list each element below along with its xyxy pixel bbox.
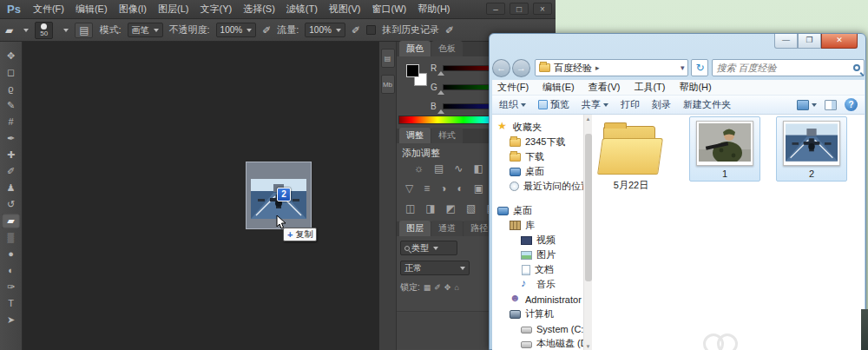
quick-selection-tool[interactable]: ✎ (2, 98, 20, 113)
explorer-maximize-button[interactable]: ❐ (798, 34, 821, 49)
ps-menu-filter[interactable]: 滤镜(T) (286, 3, 318, 16)
exposure-icon[interactable]: ◧ (473, 162, 483, 175)
mini-bridge-panel-icon[interactable]: Mb (381, 75, 395, 94)
black-white-icon[interactable]: ◐ (457, 182, 464, 195)
erase-history-checkbox[interactable] (366, 25, 376, 35)
tool-preset-icon[interactable]: ▰ (5, 24, 13, 36)
tab-adjustments[interactable]: 调整 (399, 128, 431, 143)
share-button[interactable]: 共享 (582, 98, 608, 111)
brush-preset-picker[interactable]: 50 (35, 22, 53, 39)
sidebar-item-favorites[interactable]: ★收藏夹 (492, 120, 583, 135)
healing-brush-tool[interactable]: ✚ (2, 148, 20, 162)
tab-layers[interactable]: 图层 (399, 221, 431, 236)
ps-menu-layer[interactable]: 图层(L) (158, 3, 188, 16)
preview-button[interactable]: 预览 (538, 98, 569, 111)
tab-swatches[interactable]: 色板 (431, 41, 463, 56)
sidebar-item-documents[interactable]: 文档 (492, 262, 583, 277)
print-button[interactable]: 打印 (621, 98, 640, 111)
organize-button[interactable]: 组织 (499, 98, 526, 111)
ps-menu-type[interactable]: 文字(Y) (200, 3, 232, 16)
tab-color[interactable]: 颜色 (399, 41, 431, 56)
eyedropper-tool[interactable]: ✒ (2, 131, 20, 146)
brush-panel-icon[interactable]: ✐ (445, 24, 454, 36)
ps-minimize-button[interactable]: – (486, 3, 505, 15)
color-balance-icon[interactable]: ◑ (440, 182, 446, 195)
back-button[interactable]: ← (492, 59, 510, 77)
breadcrumb-chevron-icon[interactable]: ▸ (595, 63, 600, 72)
ps-menu-image[interactable]: 图像(I) (119, 3, 147, 16)
crop-tool[interactable]: # (2, 115, 20, 129)
ex-menu-view[interactable]: 查看(V) (589, 81, 621, 94)
explorer-close-button[interactable]: ✕ (821, 34, 858, 49)
ps-menu-view[interactable]: 视图(V) (329, 3, 361, 16)
search-box[interactable] (712, 59, 865, 76)
eraser-tool[interactable]: ▰ (2, 214, 20, 228)
flow-select[interactable]: 100% (305, 23, 345, 37)
sidebar-item-system-c[interactable]: System (C:) (492, 321, 583, 336)
hue-saturation-icon[interactable]: ≡ (424, 182, 430, 195)
ps-menu-edit[interactable]: 编辑(E) (76, 3, 108, 16)
sidebar-item-videos[interactable]: 视频 (492, 233, 583, 248)
tool-preset-caret-icon[interactable] (23, 29, 29, 32)
breadcrumb-path[interactable]: 百度经验 (554, 62, 592, 75)
brightness-contrast-icon[interactable]: ☼ (414, 162, 424, 175)
explorer-file-area[interactable]: 5月22日 (592, 115, 865, 350)
search-input[interactable] (716, 63, 853, 73)
lock-position-icon[interactable]: ✥ (444, 283, 451, 292)
explorer-minimize-button[interactable]: — (774, 34, 798, 49)
gradient-tool[interactable]: ▒ (2, 230, 20, 245)
address-dropdown-icon[interactable]: ▾ (681, 63, 685, 72)
lock-all-icon[interactable]: ⌂ (454, 283, 458, 292)
image-item-2[interactable]: 2 (776, 116, 847, 182)
sidebar-scrollbar[interactable]: ▲ ▼ (583, 115, 592, 350)
new-folder-button[interactable]: 新建文件夹 (683, 98, 731, 111)
blue-slider-thumb-icon[interactable] (437, 109, 444, 114)
preview-pane-icon[interactable] (825, 100, 837, 110)
sidebar-item-downloads[interactable]: 下载 (492, 149, 583, 164)
image-item-1[interactable]: 1 (689, 116, 760, 182)
ps-canvas[interactable]: 2 + 复制 (23, 42, 379, 350)
ex-menu-tools[interactable]: 工具(T) (634, 81, 665, 94)
sidebar-item-recent-places[interactable]: 最近访问的位置 (492, 179, 583, 194)
ps-menu-window[interactable]: 窗口(W) (372, 3, 407, 16)
tab-channels[interactable]: 通道 (431, 221, 463, 236)
help-icon[interactable]: ? (845, 98, 858, 111)
sidebar-item-2345-downloads[interactable]: 2345下载 (492, 135, 583, 149)
refresh-button[interactable]: ↻ (691, 59, 708, 76)
sidebar-item-pictures[interactable]: 图片 (492, 248, 583, 262)
blend-mode-select[interactable]: 正常 (400, 261, 470, 275)
history-brush-tool[interactable]: ↺ (2, 197, 20, 212)
color-lookup-icon[interactable]: ◨ (425, 202, 435, 215)
history-panel-icon[interactable]: ▤ (381, 49, 395, 68)
mode-select[interactable]: 画笔 (128, 23, 163, 37)
ps-menu-file[interactable]: 文件(F) (33, 3, 64, 16)
ps-menu-help[interactable]: 帮助(H) (418, 3, 450, 16)
folder-item-5月22日[interactable]: 5月22日 (595, 122, 667, 195)
ps-maximize-button[interactable]: □ (510, 3, 529, 15)
marquee-tool[interactable]: ◻ (2, 65, 20, 80)
opacity-select[interactable]: 100% (216, 23, 257, 37)
sidebar-item-local-disk-d[interactable]: 本地磁盘 (D:) (492, 336, 583, 350)
channel-mixer-icon[interactable]: ◫ (405, 202, 415, 215)
photo-filter-icon[interactable]: ▣ (474, 182, 483, 195)
lock-image-icon[interactable]: ✐ (434, 283, 441, 292)
blur-tool[interactable]: ● (2, 247, 20, 261)
foreground-color-swatch[interactable] (406, 64, 419, 77)
sidebar-item-desktop-fav[interactable]: 桌面 (492, 164, 583, 179)
sidebar-item-administrator[interactable]: ☻Administrator (492, 292, 583, 307)
brush-tool[interactable]: ✐ (2, 164, 20, 179)
dodge-tool[interactable]: ◐ (2, 263, 20, 278)
ps-menu-select[interactable]: 选择(S) (243, 3, 275, 16)
path-selection-tool[interactable]: ➤ (2, 313, 20, 327)
sidebar-item-libraries[interactable]: 库 (492, 218, 583, 233)
ex-menu-file[interactable]: 文件(F) (497, 81, 529, 94)
sidebar-item-desktop[interactable]: 桌面 (492, 203, 583, 218)
sidebar-item-music[interactable]: ♪音乐 (492, 277, 583, 292)
vibrance-icon[interactable]: ▽ (405, 182, 413, 195)
pen-tool[interactable]: ✑ (2, 280, 20, 294)
forward-button[interactable]: → (512, 59, 530, 77)
airbrush-icon[interactable]: ✐ (262, 24, 271, 36)
curves-icon[interactable]: ∿ (454, 162, 463, 175)
ex-menu-edit[interactable]: 编辑(E) (542, 81, 575, 94)
lock-transparent-icon[interactable]: ▦ (424, 283, 431, 292)
